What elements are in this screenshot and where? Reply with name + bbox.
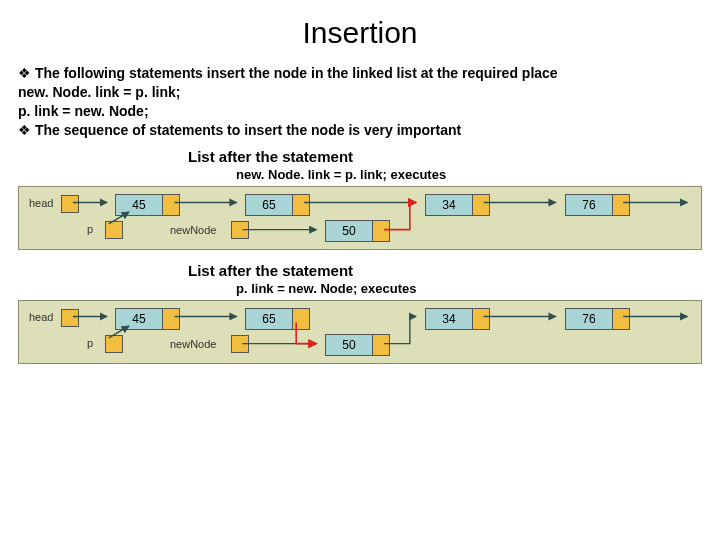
bullet-1: The following statements insert the node… — [18, 64, 702, 83]
fig1-node-3: 76 — [565, 194, 630, 216]
fig2-node-3-val: 76 — [566, 309, 613, 329]
fig1-p-ptr-box — [105, 221, 123, 239]
fig1-node-2: 34 — [425, 194, 490, 216]
fig1-newnode-val: 50 — [326, 221, 373, 241]
fig2-head-label: head — [29, 311, 53, 323]
fig2-node-3: 76 — [565, 308, 630, 330]
fig1-heading: List after the statement — [188, 148, 702, 165]
page-title: Insertion — [18, 16, 702, 50]
code-line-1: new. Node. link = p. link; — [18, 83, 702, 102]
fig2-newnode-ptr-box — [231, 335, 249, 353]
fig2-newnode-val: 50 — [326, 335, 373, 355]
body-text-block: The following statements insert the node… — [18, 64, 702, 140]
fig1-node-1-val: 65 — [246, 195, 293, 215]
fig1-head-ptr-box — [61, 195, 79, 213]
fig1-diagram: head 45 65 34 76 p newNode — [18, 186, 702, 250]
fig1-newnode-node: 50 — [325, 220, 390, 242]
fig2-head-ptr-box — [61, 309, 79, 327]
fig1-caption: new. Node. link = p. link; executes — [236, 167, 702, 182]
fig2-node-1: 65 — [245, 308, 310, 330]
fig2-node-2: 34 — [425, 308, 490, 330]
fig1-node-2-val: 34 — [426, 195, 473, 215]
fig1-node-0-val: 45 — [116, 195, 163, 215]
fig2-newnode-label: newNode — [170, 338, 216, 350]
fig2-diagram: head 45 65 34 76 p newNode — [18, 300, 702, 364]
fig2-caption: p. link = new. Node; executes — [236, 281, 702, 296]
bullet-2: The sequence of statements to insert the… — [18, 121, 702, 140]
fig1-p-label: p — [87, 223, 93, 235]
fig1-node-1: 65 — [245, 194, 310, 216]
code-line-2: p. link = new. Node; — [18, 102, 702, 121]
fig2-node-1-val: 65 — [246, 309, 293, 329]
fig2-p-label: p — [87, 337, 93, 349]
fig1-newnode-label: newNode — [170, 224, 216, 236]
fig2-newnode-node: 50 — [325, 334, 390, 356]
fig2-heading: List after the statement — [188, 262, 702, 279]
fig2-node-2-val: 34 — [426, 309, 473, 329]
fig2-p-ptr-box — [105, 335, 123, 353]
fig2-node-0: 45 — [115, 308, 180, 330]
fig1-node-3-val: 76 — [566, 195, 613, 215]
fig1-head-label: head — [29, 197, 53, 209]
fig1-newnode-ptr-box — [231, 221, 249, 239]
fig2-node-0-val: 45 — [116, 309, 163, 329]
fig1-node-0: 45 — [115, 194, 180, 216]
